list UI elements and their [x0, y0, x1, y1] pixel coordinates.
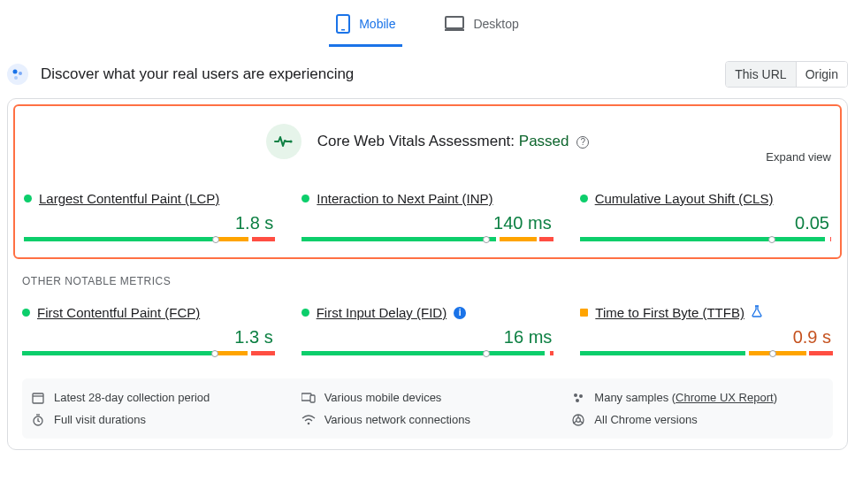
distribution-bar [24, 237, 275, 241]
svg-point-6 [14, 76, 18, 80]
samples-icon [571, 392, 585, 404]
svg-rect-1 [341, 29, 345, 31]
percentile-marker [482, 233, 489, 245]
svg-point-4 [13, 70, 18, 74]
metric-name[interactable]: First Contentful Paint (FCP) [37, 305, 200, 320]
header-row: Discover what your real users are experi… [0, 47, 855, 98]
distribution-bar [580, 351, 833, 355]
distribution-bar [580, 237, 831, 241]
metric-name[interactable]: Cumulative Layout Shift (CLS) [595, 191, 774, 206]
desktop-icon [445, 16, 464, 32]
devices-icon [302, 393, 316, 403]
footer-durations: Full visit durations [31, 413, 284, 426]
footer-samples: Many samples (Chrome UX Report) [571, 391, 824, 404]
metric-value: 0.9 s [580, 327, 831, 347]
percentile-marker [767, 233, 775, 245]
svg-rect-11 [310, 395, 315, 402]
help-icon[interactable]: ? [576, 136, 589, 149]
tab-mobile-label: Mobile [359, 17, 395, 31]
data-footer: Latest 28-day collection period Various … [22, 378, 833, 439]
assessment-status: Passed [519, 133, 569, 149]
distribution-bar [302, 351, 554, 355]
vitals-pulse-icon [266, 124, 302, 159]
svg-rect-2 [446, 17, 463, 28]
footer-devices: Various mobile devices [302, 391, 554, 404]
clock-icon [31, 414, 45, 426]
scope-this-url[interactable]: This URL [726, 62, 795, 87]
mobile-icon [336, 14, 350, 34]
other-metrics-grid: First Contentful Paint (FCP) 1.3 s First… [8, 305, 847, 355]
svg-rect-8 [33, 393, 43, 403]
core-metrics-grid: Largest Contentful Paint (LCP) 1.8 s Int… [24, 191, 831, 241]
tab-desktop[interactable]: Desktop [438, 9, 525, 47]
crux-link[interactable]: Chrome UX Report [676, 391, 774, 404]
metric-fid: First Input Delay (FID) i 16 ms [302, 305, 554, 355]
calendar-icon [31, 392, 45, 404]
footer-network: Various network connections [302, 413, 554, 426]
network-icon [302, 415, 316, 425]
assessment-label: Core Web Vitals Assessment: [317, 133, 515, 149]
metric-value: 16 ms [302, 327, 553, 347]
flask-icon[interactable] [752, 305, 762, 320]
svg-point-18 [576, 417, 581, 422]
metric-name[interactable]: First Input Delay (FID) [317, 305, 447, 320]
svg-point-16 [307, 422, 309, 424]
rating-swatch [302, 195, 309, 202]
users-icon [7, 64, 28, 85]
svg-rect-3 [445, 29, 464, 31]
expand-view-link[interactable]: Expand view [766, 150, 831, 164]
scope-toggle: This URL Origin [725, 61, 848, 88]
field-data-panel: Core Web Vitals Assessment: Passed ? Exp… [7, 98, 848, 450]
assessment-text: Core Web Vitals Assessment: Passed ? [317, 133, 589, 150]
percentile-marker [768, 347, 775, 359]
rating-swatch [22, 309, 30, 317]
percentile-marker [211, 233, 218, 245]
rating-swatch [580, 195, 588, 202]
tab-desktop-label: Desktop [473, 17, 518, 31]
metric-value: 1.8 s [24, 213, 273, 233]
device-tabs: Mobile Desktop [0, 0, 855, 47]
svg-point-7 [289, 140, 292, 142]
metric-inp: Interaction to Next Paint (INP) 140 ms [302, 191, 553, 241]
scope-origin[interactable]: Origin [796, 62, 847, 87]
svg-point-14 [576, 399, 579, 402]
footer-versions: All Chrome versions [571, 413, 824, 426]
core-vitals-box: Core Web Vitals Assessment: Passed ? Exp… [13, 104, 842, 259]
footer-period: Latest 28-day collection period [31, 391, 284, 404]
metric-ttfb: Time to First Byte (TTFB) 0.9 s [580, 305, 833, 355]
metric-name[interactable]: Largest Contentful Paint (LCP) [39, 191, 219, 206]
page-title: Discover what your real users are experi… [41, 65, 354, 83]
metric-value: 0.05 [580, 213, 829, 233]
metric-fcp: First Contentful Paint (FCP) 1.3 s [22, 305, 275, 355]
metric-value: 140 ms [302, 213, 551, 233]
rating-swatch [24, 195, 32, 202]
svg-point-5 [19, 72, 22, 75]
rating-swatch [302, 309, 309, 317]
metric-lcp: Largest Contentful Paint (LCP) 1.8 s [24, 191, 275, 241]
tab-mobile[interactable]: Mobile [329, 9, 402, 47]
percentile-marker [482, 347, 489, 359]
percentile-marker [210, 347, 218, 359]
distribution-bar [22, 351, 275, 355]
metric-name[interactable]: Time to First Byte (TTFB) [595, 305, 744, 320]
metric-value: 1.3 s [22, 327, 273, 347]
metric-name[interactable]: Interaction to Next Paint (INP) [317, 191, 492, 206]
distribution-bar [302, 237, 553, 241]
metric-cls: Cumulative Layout Shift (CLS) 0.05 [580, 191, 831, 241]
svg-point-12 [574, 393, 577, 397]
info-icon[interactable]: i [454, 307, 466, 319]
chrome-icon [571, 414, 585, 426]
other-metrics-label: OTHER NOTABLE METRICS [8, 275, 847, 296]
rating-swatch [580, 309, 588, 317]
svg-point-13 [579, 394, 583, 398]
